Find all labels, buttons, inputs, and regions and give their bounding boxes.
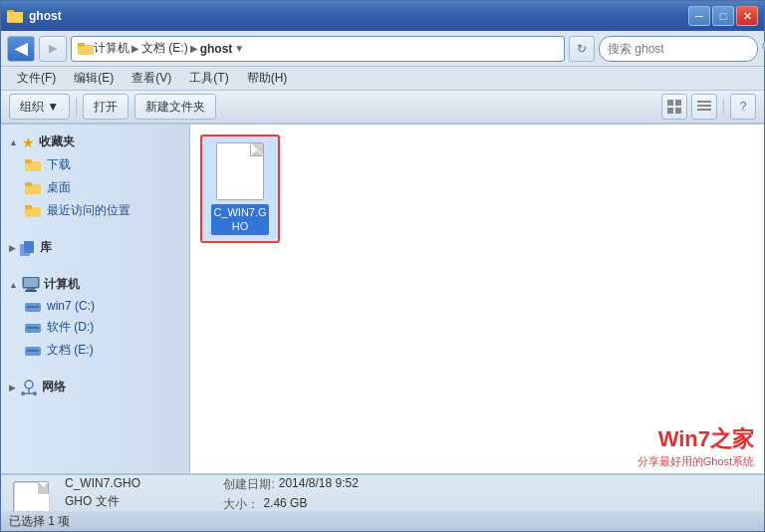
svg-rect-25 [27,306,39,308]
open-button[interactable]: 打开 [83,94,128,120]
organize-label: 组织 ▼ [20,99,59,116]
toolbar-separator [76,97,77,117]
sidebar-item-desktop[interactable]: 桌面 [1,176,189,199]
menu-tools[interactable]: 工具(T) [181,68,236,89]
sidebar-favorites-section: ▲ ★ 收藏夹 下载 桌面 [1,131,189,222]
svg-point-33 [21,392,25,396]
folder-title-icon [7,8,23,24]
menu-view[interactable]: 查看(V) [124,68,179,89]
menu-edit[interactable]: 编辑(E) [66,68,122,89]
watermark-title: Win7之家 [638,424,754,454]
open-label: 打开 [94,99,118,116]
desktop-label: 桌面 [47,179,71,196]
favorites-arrow: ▲ [9,137,18,147]
back-button[interactable]: ◀ [7,36,35,62]
help-button[interactable]: ? [730,94,756,120]
svg-rect-22 [27,288,35,290]
sidebar-network-section: ▶ 网络 [1,376,189,399]
status-created-row: 创建日期: 2014/8/18 9:52 [223,476,358,493]
svg-rect-21 [24,278,38,287]
status-filename: C_WIN7.GHO [65,476,140,490]
recent-label: 最近访问的位置 [47,202,130,219]
sidebar-network-header[interactable]: ▶ 网络 [1,376,189,399]
status-created-value: 2014/8/18 9:52 [279,476,359,493]
status-bottom-text: 已选择 1 项 [9,513,70,530]
title-bar: ghost ─ □ ✕ [1,1,764,31]
library-label: 库 [40,239,52,256]
sidebar-item-win7[interactable]: win7 (C:) [1,296,189,316]
docs-label: 文档 (E:) [47,342,94,359]
svg-rect-19 [24,241,34,253]
address-path[interactable]: 计算机 ▶ 文档 (E:) ▶ ghost ▼ [71,36,565,62]
software-label: 软件 (D:) [47,319,94,336]
svg-rect-6 [675,100,681,106]
watermark-subtitle: 分享最好用的Ghost系统 [638,454,754,469]
status-created-label: 创建日期: [223,476,274,493]
sidebar-favorites-header[interactable]: ▲ ★ 收藏夹 [1,131,189,153]
close-button[interactable]: ✕ [736,6,758,26]
sidebar-item-download[interactable]: 下载 [1,153,189,176]
file-fold [251,143,263,155]
network-label: 网络 [42,379,66,396]
sidebar-spacer3 [1,366,189,376]
new-folder-label: 新建文件夹 [145,99,205,116]
organize-button[interactable]: 组织 ▼ [9,94,70,120]
sidebar-item-recent[interactable]: 最近访问的位置 [1,199,189,222]
help-icon: ? [740,100,747,114]
view-toggle-button[interactable] [661,94,687,120]
breadcrumb-computer[interactable]: 计算机 [94,40,129,57]
download-folder-icon [25,158,41,171]
search-box[interactable]: 🔍 [599,36,758,62]
breadcrumb-drive[interactable]: 文档 (E:) [141,40,188,57]
new-folder-button[interactable]: 新建文件夹 [134,94,216,120]
toolbar: 组织 ▼ 打开 新建文件夹 [1,91,764,125]
main-area: ▲ ★ 收藏夹 下载 桌面 [1,125,764,473]
sidebar-library-section: ▶ 库 [1,236,189,259]
svg-rect-17 [25,205,32,209]
minimize-button[interactable]: ─ [688,6,710,26]
sidebar-spacer2 [1,263,189,273]
sidebar-spacer1 [1,226,189,236]
sidebar-item-software[interactable]: 软件 (D:) [1,316,189,339]
window-title: ghost [29,9,688,23]
menu-file[interactable]: 文件(F) [9,68,64,89]
computer-icon [22,277,40,293]
folder-address-icon [78,42,94,56]
search-icon: 🔍 [761,41,765,56]
menu-help[interactable]: 帮助(H) [239,68,296,89]
view-details-button[interactable] [691,94,717,120]
svg-rect-29 [27,350,39,352]
svg-rect-11 [697,109,711,111]
svg-rect-13 [25,159,32,163]
file-icon-large [216,142,264,200]
explorer-window: ghost ─ □ ✕ ◀ ▶ 计算机 ▶ 文档 (E:) ▶ ghost ▼ … [0,0,765,532]
watermark: Win7之家 分享最好用的Ghost系统 [638,424,754,469]
svg-rect-5 [667,100,673,106]
svg-rect-27 [27,327,39,329]
menu-bar: 文件(F) 编辑(E) 查看(V) 工具(T) 帮助(H) [1,67,764,91]
file-item-ghost[interactable]: C_WIN7.G HO [200,134,280,243]
status-filename-row: C_WIN7.GHO [65,476,199,490]
status-bar: C_WIN7.GHO GHO 文件 修改日期: 2014/8/18 9:59 创… [1,473,764,531]
search-input[interactable] [608,42,757,56]
download-label: 下载 [47,156,71,173]
computer-label: 计算机 [44,276,80,293]
view-icon [667,100,681,114]
content-pane: C_WIN7.G HO [190,125,764,473]
breadcrumb-current[interactable]: ghost [200,42,233,56]
window-controls: ─ □ ✕ [688,6,758,26]
forward-button[interactable]: ▶ [39,36,67,62]
svg-point-34 [33,392,37,396]
svg-rect-9 [697,101,711,103]
sidebar: ▲ ★ 收藏夹 下载 桌面 [1,125,190,473]
svg-rect-15 [25,182,32,186]
docs-drive-icon [25,344,41,357]
svg-marker-36 [38,482,50,494]
refresh-button[interactable]: ↻ [569,36,595,62]
svg-point-30 [25,381,33,389]
maximize-button[interactable]: □ [712,6,734,26]
toolbar-right: ? [661,94,756,120]
sidebar-item-docs[interactable]: 文档 (E:) [1,339,189,362]
sidebar-library-header[interactable]: ▶ 库 [1,236,189,259]
sidebar-computer-header[interactable]: ▲ 计算机 [1,273,189,296]
